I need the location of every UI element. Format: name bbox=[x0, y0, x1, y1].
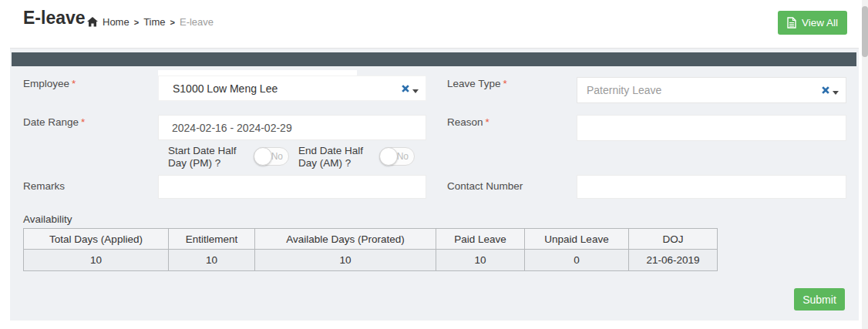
remarks-label: Remarks bbox=[23, 180, 65, 192]
breadcrumb-separator: > bbox=[134, 18, 139, 27]
breadcrumb-time[interactable]: Time bbox=[143, 16, 165, 28]
view-all-label: View All bbox=[802, 17, 838, 29]
cell-total-days: 10 bbox=[24, 250, 169, 271]
breadcrumb-home[interactable]: Home bbox=[103, 16, 130, 28]
clear-x-icon[interactable] bbox=[401, 84, 410, 93]
end-half-day-toggle[interactable]: No bbox=[379, 147, 415, 166]
leave-type-select[interactable]: Paternity Leave bbox=[577, 77, 846, 103]
availability-label: Availability bbox=[23, 213, 72, 225]
toggle-knob bbox=[379, 147, 398, 166]
cell-unpaid-leave: 0 bbox=[525, 250, 629, 271]
cell-paid-leave: 10 bbox=[436, 250, 525, 271]
toggle-state: No bbox=[397, 151, 409, 162]
page-title: E-leave bbox=[23, 8, 86, 29]
employee-label: Employee* bbox=[23, 78, 76, 89]
contact-number-input[interactable] bbox=[577, 175, 846, 199]
required-asterisk: * bbox=[81, 116, 85, 128]
required-asterisk: * bbox=[72, 78, 76, 89]
employee-select[interactable]: S1000 Low Meng Lee bbox=[158, 76, 426, 101]
breadcrumb-current: E-leave bbox=[180, 16, 214, 28]
breadcrumb: Home > Time > E-leave bbox=[87, 16, 214, 28]
dropdown-caret-icon[interactable] bbox=[833, 91, 839, 95]
col-available-days: Available Days (Prorated) bbox=[255, 229, 436, 250]
availability-table: Total Days (Applied) Entitlement Availab… bbox=[23, 228, 718, 271]
employee-selected-value: S1000 Low Meng Lee bbox=[173, 82, 278, 95]
start-half-day-toggle[interactable]: No bbox=[254, 147, 289, 166]
breadcrumb-separator: > bbox=[170, 18, 175, 27]
leave-type-label: Leave Type* bbox=[447, 78, 507, 89]
scrollbar[interactable] bbox=[862, 0, 868, 329]
date-range-input[interactable] bbox=[158, 115, 426, 140]
availability-data-row: 10 10 10 10 0 21-06-2019 bbox=[24, 250, 718, 271]
cell-doj: 21-06-2019 bbox=[629, 250, 718, 271]
cell-entitlement: 10 bbox=[169, 250, 255, 271]
toggle-knob bbox=[254, 147, 272, 166]
scrollbar-thumb[interactable] bbox=[862, 6, 868, 57]
required-asterisk: * bbox=[503, 78, 507, 89]
col-total-days: Total Days (Applied) bbox=[24, 229, 169, 250]
cell-available-days: 10 bbox=[255, 250, 436, 271]
clear-x-icon[interactable] bbox=[821, 86, 830, 95]
col-unpaid-leave: Unpaid Leave bbox=[525, 229, 629, 250]
panel-header-bar bbox=[12, 52, 856, 66]
col-entitlement: Entitlement bbox=[169, 229, 255, 250]
view-all-button[interactable]: View All bbox=[778, 11, 847, 35]
end-half-day-label: End Date Half Day (AM) ? bbox=[298, 145, 383, 170]
start-half-day-label: Start Date Half Day (PM) ? bbox=[168, 145, 254, 170]
contact-number-label: Contact Number bbox=[447, 180, 523, 192]
e-leave-page: E-leave Home > Time > E-leave View All E… bbox=[0, 0, 868, 329]
document-icon bbox=[787, 17, 796, 29]
toggle-state: No bbox=[271, 151, 283, 162]
submit-button[interactable]: Submit bbox=[794, 288, 845, 311]
leave-type-selected-value: Paternity Leave bbox=[587, 84, 661, 96]
dropdown-caret-icon[interactable] bbox=[412, 89, 419, 93]
home-icon bbox=[87, 17, 98, 27]
reason-label: Reason* bbox=[447, 116, 490, 128]
col-paid-leave: Paid Leave bbox=[436, 229, 525, 250]
availability-header-row: Total Days (Applied) Entitlement Availab… bbox=[24, 229, 718, 250]
col-doj: DOJ bbox=[629, 229, 718, 250]
required-asterisk: * bbox=[486, 116, 490, 128]
reason-input[interactable] bbox=[577, 115, 846, 141]
remarks-input[interactable] bbox=[158, 175, 426, 199]
date-range-label: Date Range* bbox=[23, 116, 85, 128]
